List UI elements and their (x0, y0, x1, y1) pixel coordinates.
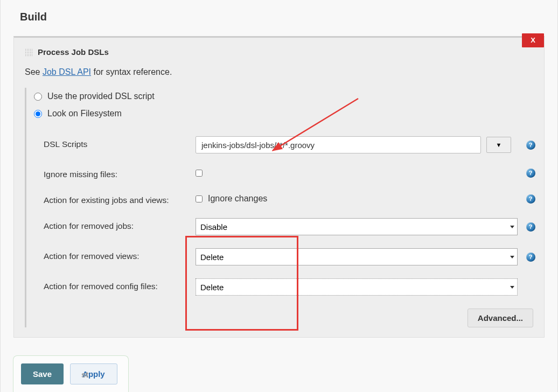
radio-look-filesystem-row[interactable]: Look on Filesystem (34, 105, 533, 122)
radio-use-provided-label: Use the provided DSL script (47, 92, 155, 101)
reference-prefix: See (25, 67, 43, 76)
help-icon[interactable]: ? (526, 169, 535, 178)
advanced-button[interactable]: Advanced... (468, 309, 533, 327)
drag-handle-icon[interactable] (25, 48, 32, 56)
ignore-changes-checkbox[interactable] (196, 195, 203, 202)
help-icon[interactable]: ? (526, 222, 535, 232)
radio-use-provided[interactable] (34, 93, 42, 101)
save-button[interactable]: Save (21, 363, 64, 384)
build-step-section: X Process Job DSLs See Job DSL API for s… (13, 36, 545, 338)
build-config-panel: Build X Process Job DSLs See Job DSL API… (0, 0, 558, 392)
footer-buttons: Save st Apply (13, 355, 129, 392)
reference-text: See Job DSL API for syntax reference. (25, 67, 533, 77)
ignore-missing-label: Ignore missing files: (44, 160, 189, 186)
action-removed-views-label: Action for removed views: (44, 242, 189, 268)
help-icon[interactable]: ? (526, 253, 535, 262)
ignore-changes-label: Ignore changes (208, 194, 267, 204)
expand-textarea-button[interactable]: ▼ (486, 137, 511, 153)
reference-suffix: for syntax reference. (91, 67, 172, 76)
inner-section: Use the provided DSL script Look on File… (25, 88, 533, 327)
action-existing-label: Action for existing jobs and views: (44, 186, 189, 212)
action-removed-config-label: Action for removed config files: (44, 272, 189, 298)
apply-button[interactable]: Apply (70, 363, 117, 384)
radio-look-filesystem[interactable] (34, 110, 42, 118)
ignore-missing-checkbox[interactable] (196, 170, 203, 177)
action-removed-config-select[interactable]: Delete (196, 278, 518, 296)
radio-use-provided-row[interactable]: Use the provided DSL script (34, 88, 533, 105)
help-icon[interactable]: ? (526, 194, 535, 204)
section-title: Process Job DSLs (38, 47, 109, 57)
help-icon[interactable]: ? (526, 141, 535, 150)
job-dsl-api-link[interactable]: Job DSL API (43, 67, 91, 76)
action-removed-jobs-label: Action for removed jobs: (44, 212, 189, 237)
dsl-scripts-input[interactable] (196, 136, 481, 153)
radio-look-filesystem-label: Look on Filesystem (47, 109, 122, 118)
dsl-scripts-label: DSL Scripts (44, 130, 189, 156)
action-removed-views-select[interactable]: Delete (196, 248, 518, 265)
action-removed-jobs-select[interactable]: Disable (196, 218, 518, 235)
section-header: Process Job DSLs (25, 47, 533, 57)
close-button[interactable]: X (522, 33, 544, 47)
page-title: Build (13, 0, 545, 36)
